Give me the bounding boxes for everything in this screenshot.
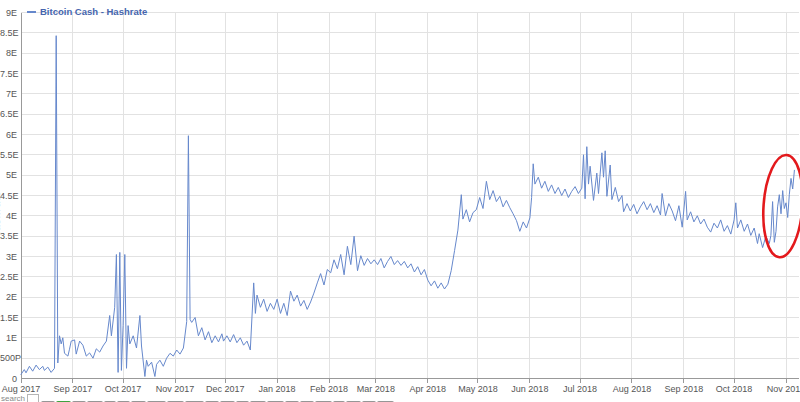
y-axis-tick-label: 500P	[0, 353, 17, 363]
y-axis-tick-label: 1E	[0, 333, 17, 343]
y-axis-tick-label: 5.5E	[0, 150, 17, 160]
bitcoin-cash-hashrate-chart-page: Hashrate Bitcoin Cash - Hashrate 9E8.5E8…	[0, 0, 800, 402]
x-axis-tick-label: Apr 2018	[410, 384, 447, 394]
y-axis-tick-label: 8E	[0, 48, 17, 58]
search-input[interactable]	[27, 394, 39, 402]
x-axis-tick-label: Jul 2018	[563, 384, 597, 394]
x-axis-tick-label: Nov 2017	[156, 384, 195, 394]
y-axis-tick-label: 2E	[0, 292, 17, 302]
y-axis-tick-label: 6E	[0, 130, 17, 140]
x-axis-tick-label: Sep 2017	[54, 384, 93, 394]
y-axis-tick-label: 2.5E	[0, 272, 17, 282]
y-axis-tick-label: 6.5E	[0, 109, 17, 119]
y-axis-tick-label: 4.5E	[0, 191, 17, 201]
legend-label: Bitcoin Cash - Hashrate	[40, 6, 147, 17]
x-axis-tick-label: Aug 2017	[2, 384, 41, 394]
x-axis-tick-label: Aug 2018	[613, 384, 652, 394]
x-axis-tick-label: Jun 2018	[511, 384, 548, 394]
hashrate-series-line	[21, 36, 794, 377]
y-axis-tick-label: 7E	[0, 89, 17, 99]
x-axis-tick-label: Jan 2018	[259, 384, 296, 394]
y-axis-tick-label: 0	[0, 374, 17, 384]
x-axis-tick-label: Oct 2017	[105, 384, 142, 394]
y-axis-tick-label: 9E	[0, 8, 17, 18]
y-axis-tick-label: 1.5E	[0, 313, 17, 323]
legend-line-icon	[27, 11, 36, 13]
x-axis-tick-label: Nov 2018	[767, 384, 800, 394]
footer-bar: search btcbchethxmrltcetczecdashxemdogeb…	[0, 394, 800, 402]
x-axis-tick-label: Oct 2018	[716, 384, 753, 394]
y-axis-tick-label: 5E	[0, 170, 17, 180]
hashrate-line-chart	[0, 0, 800, 402]
x-axis-tick-label: Sep 2018	[665, 384, 704, 394]
legend[interactable]: Bitcoin Cash - Hashrate	[27, 6, 147, 17]
x-axis-tick-label: Feb 2018	[310, 384, 348, 394]
coin-badge-list: btcbchethxmrltcetczecdashxemdogebtgrddvt…	[41, 394, 395, 402]
y-axis-tick-label: 3.5E	[0, 231, 17, 241]
y-axis-tick-label: 7.5E	[0, 69, 17, 79]
y-axis-tick-label: 4E	[0, 211, 17, 221]
x-axis-tick-label: Dec 2017	[206, 384, 245, 394]
x-axis-tick-label: May 2018	[458, 384, 498, 394]
search-label: search	[1, 394, 25, 402]
x-axis-tick-label: Mar 2018	[357, 384, 395, 394]
y-axis-tick-label: 3E	[0, 252, 17, 262]
y-axis-tick-label: 8.5E	[0, 28, 17, 38]
